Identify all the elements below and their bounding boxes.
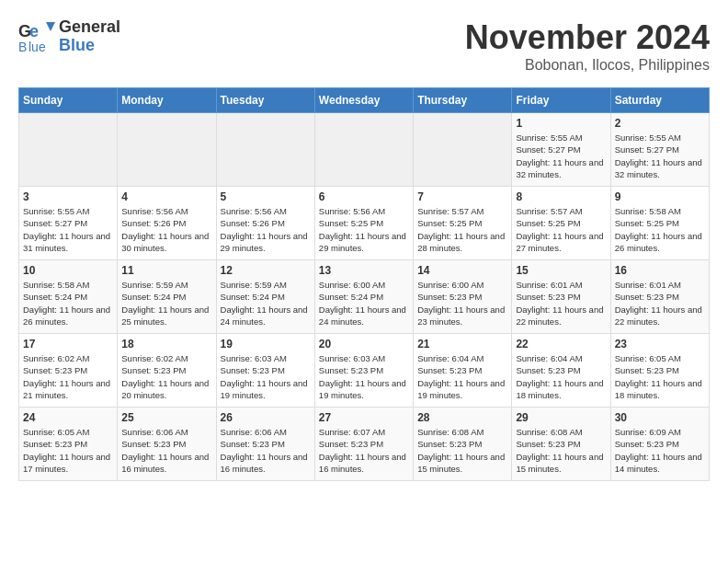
day-detail: Sunrise: 5:58 AM Sunset: 5:25 PM Dayligh… (615, 205, 705, 254)
day-detail: Sunrise: 6:02 AM Sunset: 5:23 PM Dayligh… (121, 352, 211, 401)
calendar-cell: 13Sunrise: 6:00 AM Sunset: 5:24 PM Dayli… (314, 260, 413, 334)
day-number: 9 (615, 190, 705, 203)
day-detail: Sunrise: 6:03 AM Sunset: 5:23 PM Dayligh… (221, 352, 311, 401)
day-number: 24 (23, 411, 113, 424)
day-detail: Sunrise: 6:08 AM Sunset: 5:23 PM Dayligh… (417, 426, 507, 475)
calendar-cell: 6Sunrise: 5:56 AM Sunset: 5:25 PM Daylig… (314, 187, 413, 260)
day-detail: Sunrise: 6:07 AM Sunset: 5:23 PM Dayligh… (319, 426, 409, 475)
calendar-cell: 17Sunrise: 6:02 AM Sunset: 5:23 PM Dayli… (19, 334, 118, 408)
calendar-cell: 3Sunrise: 5:55 AM Sunset: 5:27 PM Daylig… (19, 187, 118, 260)
day-number: 19 (221, 338, 311, 350)
day-detail: Sunrise: 6:09 AM Sunset: 5:23 PM Dayligh… (615, 426, 705, 475)
logo-icon: G e B lue (18, 20, 55, 52)
calendar-week-row: 24Sunrise: 6:05 AM Sunset: 5:23 PM Dayli… (19, 408, 710, 481)
day-detail: Sunrise: 5:57 AM Sunset: 5:25 PM Dayligh… (516, 205, 606, 254)
day-detail: Sunrise: 6:00 AM Sunset: 5:23 PM Dayligh… (417, 279, 507, 327)
calendar-cell: 1Sunrise: 5:55 AM Sunset: 5:27 PM Daylig… (512, 113, 610, 187)
calendar-cell: 29Sunrise: 6:08 AM Sunset: 5:23 PM Dayli… (512, 408, 610, 481)
calendar-cell (216, 113, 314, 187)
calendar-cell (414, 113, 512, 187)
day-number: 22 (516, 338, 606, 350)
day-number: 8 (516, 190, 606, 203)
weekday-header: Friday (512, 88, 610, 113)
day-detail: Sunrise: 6:01 AM Sunset: 5:23 PM Dayligh… (615, 279, 705, 327)
logo: G e B lue General Blue (18, 18, 120, 55)
day-number: 2 (615, 117, 705, 130)
day-detail: Sunrise: 6:04 AM Sunset: 5:23 PM Dayligh… (417, 352, 507, 401)
calendar-cell: 24Sunrise: 6:05 AM Sunset: 5:23 PM Dayli… (19, 408, 118, 481)
calendar-cell: 27Sunrise: 6:07 AM Sunset: 5:23 PM Dayli… (314, 408, 413, 481)
day-number: 26 (221, 411, 311, 424)
calendar-cell: 25Sunrise: 6:06 AM Sunset: 5:23 PM Dayli… (118, 408, 216, 481)
svg-text:lue: lue (28, 40, 46, 54)
day-detail: Sunrise: 6:02 AM Sunset: 5:23 PM Dayligh… (23, 352, 113, 401)
svg-text:B: B (18, 40, 27, 54)
day-detail: Sunrise: 5:56 AM Sunset: 5:26 PM Dayligh… (221, 205, 311, 254)
calendar-cell (19, 113, 118, 187)
day-number: 1 (516, 117, 606, 130)
calendar-cell: 15Sunrise: 6:01 AM Sunset: 5:23 PM Dayli… (512, 260, 610, 334)
day-detail: Sunrise: 6:05 AM Sunset: 5:23 PM Dayligh… (23, 426, 113, 475)
day-number: 6 (319, 190, 409, 203)
day-number: 14 (417, 264, 507, 277)
calendar-week-row: 17Sunrise: 6:02 AM Sunset: 5:23 PM Dayli… (19, 334, 710, 408)
calendar-cell (314, 113, 413, 187)
day-number: 7 (417, 190, 507, 203)
calendar-cell: 2Sunrise: 5:55 AM Sunset: 5:27 PM Daylig… (610, 113, 709, 187)
day-number: 16 (615, 264, 705, 277)
svg-text:e: e (29, 22, 39, 40)
calendar-week-row: 1Sunrise: 5:55 AM Sunset: 5:27 PM Daylig… (19, 113, 710, 187)
day-detail: Sunrise: 6:03 AM Sunset: 5:23 PM Dayligh… (319, 352, 409, 401)
day-detail: Sunrise: 5:59 AM Sunset: 5:24 PM Dayligh… (121, 279, 211, 327)
calendar-cell: 26Sunrise: 6:06 AM Sunset: 5:23 PM Dayli… (216, 408, 314, 481)
day-detail: Sunrise: 6:08 AM Sunset: 5:23 PM Dayligh… (516, 426, 606, 475)
day-number: 18 (121, 338, 211, 350)
day-number: 25 (121, 411, 211, 424)
location-title: Bobonan, Ilocos, Philippines (465, 57, 710, 74)
calendar-cell: 8Sunrise: 5:57 AM Sunset: 5:25 PM Daylig… (512, 187, 610, 260)
day-number: 4 (121, 190, 211, 203)
day-detail: Sunrise: 5:56 AM Sunset: 5:26 PM Dayligh… (121, 205, 211, 254)
day-number: 11 (121, 264, 211, 277)
day-detail: Sunrise: 5:56 AM Sunset: 5:25 PM Dayligh… (319, 205, 409, 254)
calendar-cell: 10Sunrise: 5:58 AM Sunset: 5:24 PM Dayli… (19, 260, 118, 334)
day-number: 21 (417, 338, 507, 350)
day-number: 23 (615, 338, 705, 350)
logo-text: General Blue (59, 18, 120, 55)
day-number: 15 (516, 264, 606, 277)
day-number: 17 (23, 338, 113, 350)
day-detail: Sunrise: 6:00 AM Sunset: 5:24 PM Dayligh… (319, 279, 409, 327)
calendar-cell: 28Sunrise: 6:08 AM Sunset: 5:23 PM Dayli… (414, 408, 512, 481)
day-detail: Sunrise: 5:57 AM Sunset: 5:25 PM Dayligh… (417, 205, 507, 254)
weekday-header: Wednesday (314, 88, 413, 113)
calendar-cell: 16Sunrise: 6:01 AM Sunset: 5:23 PM Dayli… (610, 260, 709, 334)
calendar-cell: 22Sunrise: 6:04 AM Sunset: 5:23 PM Dayli… (512, 334, 610, 408)
calendar-cell: 5Sunrise: 5:56 AM Sunset: 5:26 PM Daylig… (216, 187, 314, 260)
day-detail: Sunrise: 6:05 AM Sunset: 5:23 PM Dayligh… (615, 352, 705, 401)
day-detail: Sunrise: 5:55 AM Sunset: 5:27 PM Dayligh… (615, 132, 705, 180)
day-number: 10 (23, 264, 113, 277)
weekday-header: Saturday (610, 88, 709, 113)
weekday-header: Tuesday (216, 88, 314, 113)
day-number: 30 (615, 411, 705, 424)
calendar-week-row: 3Sunrise: 5:55 AM Sunset: 5:27 PM Daylig… (19, 187, 710, 260)
calendar-cell: 14Sunrise: 6:00 AM Sunset: 5:23 PM Dayli… (414, 260, 512, 334)
calendar-week-row: 10Sunrise: 5:58 AM Sunset: 5:24 PM Dayli… (19, 260, 710, 334)
weekday-header: Thursday (414, 88, 512, 113)
svg-marker-4 (46, 22, 55, 31)
day-number: 28 (417, 411, 507, 424)
day-detail: Sunrise: 5:55 AM Sunset: 5:27 PM Dayligh… (23, 205, 113, 254)
calendar-cell: 30Sunrise: 6:09 AM Sunset: 5:23 PM Dayli… (610, 408, 709, 481)
calendar-cell: 23Sunrise: 6:05 AM Sunset: 5:23 PM Dayli… (610, 334, 709, 408)
calendar-table: SundayMondayTuesdayWednesdayThursdayFrid… (18, 87, 710, 481)
day-number: 13 (319, 264, 409, 277)
calendar-cell: 7Sunrise: 5:57 AM Sunset: 5:25 PM Daylig… (414, 187, 512, 260)
day-detail: Sunrise: 5:58 AM Sunset: 5:24 PM Dayligh… (23, 279, 113, 327)
day-number: 27 (319, 411, 409, 424)
day-detail: Sunrise: 6:04 AM Sunset: 5:23 PM Dayligh… (516, 352, 606, 401)
day-detail: Sunrise: 5:55 AM Sunset: 5:27 PM Dayligh… (516, 132, 606, 180)
day-number: 20 (319, 338, 409, 350)
calendar-cell (118, 113, 216, 187)
calendar-cell: 12Sunrise: 5:59 AM Sunset: 5:24 PM Dayli… (216, 260, 314, 334)
day-detail: Sunrise: 5:59 AM Sunset: 5:24 PM Dayligh… (221, 279, 311, 327)
